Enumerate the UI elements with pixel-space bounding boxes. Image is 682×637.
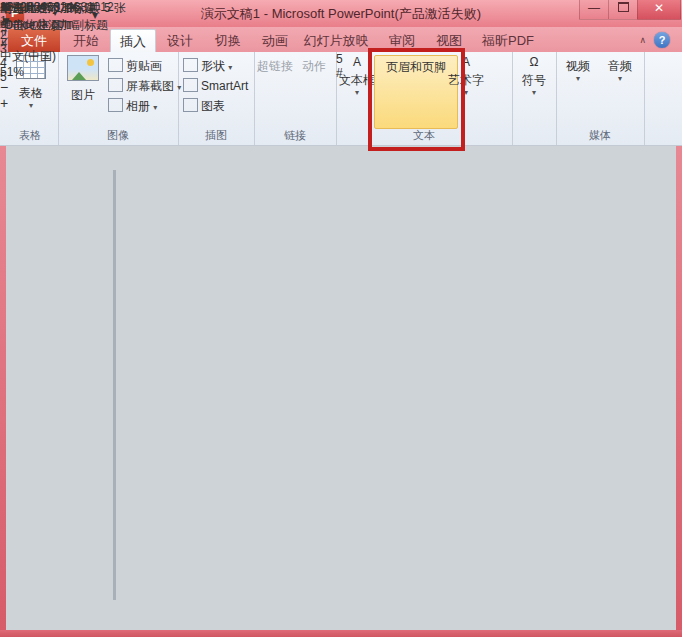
close-button[interactable]: ✕	[637, 0, 681, 20]
zoom-level: 51%	[0, 65, 126, 79]
hyperlink-label: 超链接	[256, 58, 294, 75]
smartart-icon	[183, 78, 198, 92]
watermark-brand: 查询啦	[0, 0, 74, 17]
maximize-button[interactable]	[608, 0, 638, 20]
insert-chart-button[interactable]: 图表	[183, 98, 225, 117]
minimize-button[interactable]: —	[579, 0, 609, 20]
language-indicator[interactable]: 中文(中国)	[0, 48, 126, 65]
window-frame-bottom	[0, 630, 682, 637]
collapse-ribbon-icon[interactable]: ∧	[639, 35, 646, 45]
links-group-label: 链接	[254, 128, 336, 143]
album-dropdown-icon: ▾	[153, 103, 157, 112]
insert-smartart-button[interactable]: SmartArt	[183, 78, 248, 97]
chart-label: 图表	[201, 99, 225, 113]
highlight-box-header-footer	[368, 48, 465, 151]
video-label: 视频	[559, 58, 597, 75]
tables-group-label: 表格	[2, 128, 58, 143]
illustrations-group-label: 插图	[178, 128, 254, 143]
spell-check-icon[interactable]: ✓	[0, 34, 126, 48]
zoom-out-button[interactable]: −	[0, 79, 126, 95]
insert-video-button[interactable]: 视频 ▾	[559, 55, 597, 82]
tab-foxit-pdf[interactable]: 福昕PDF	[477, 29, 539, 52]
media-group-label: 媒体	[556, 128, 644, 143]
insert-action-button[interactable]: 动作	[296, 55, 332, 75]
maximize-icon	[618, 2, 629, 12]
clipart-label: 剪贴画	[126, 59, 162, 73]
shapes-dropdown-icon: ▾	[228, 63, 232, 72]
insert-shapes-button[interactable]: 形状 ▾	[183, 58, 232, 77]
watermark: 查询啦 chaxunla.com	[0, 0, 74, 31]
ribbon-group-links: 超链接 动作 链接	[254, 52, 337, 145]
audio-label: 音频	[601, 58, 639, 75]
insert-symbol-button[interactable]: Ω 符号 ▾	[515, 55, 553, 96]
smartart-label: SmartArt	[201, 79, 248, 93]
watermark-text: 查询啦 chaxunla.com	[0, 0, 74, 31]
omega-symbol-icon: Ω	[530, 55, 539, 69]
video-dropdown-icon: ▾	[559, 75, 597, 82]
panel-splitter[interactable]	[113, 170, 116, 600]
tab-transitions[interactable]: 切换	[206, 29, 250, 52]
powerpoint-window: P 演示文稿1 - Microsoft PowerPoint(产品激活失败) —…	[0, 0, 682, 637]
action-label: 动作	[296, 58, 332, 75]
tab-design[interactable]: 设计	[158, 29, 202, 52]
audio-dropdown-icon: ▾	[601, 75, 639, 82]
tab-slideshow[interactable]: 幻灯片放映	[300, 29, 372, 52]
screenshot-label: 屏幕截图	[126, 79, 174, 93]
ribbon-group-media: 视频 ▾ 音频 ▾ 媒体	[556, 52, 645, 145]
watermark-domain: chaxunla.com	[0, 17, 74, 31]
chart-icon	[183, 98, 198, 112]
tab-animations[interactable]: 动画	[253, 29, 297, 52]
textbox-icon: A	[353, 55, 361, 69]
images-group-label: 图像	[58, 128, 178, 143]
shapes-label: 形状	[201, 59, 225, 73]
album-label: 相册	[126, 99, 150, 113]
insert-audio-button[interactable]: 音频 ▾	[601, 55, 639, 82]
zoom-in-button[interactable]: +	[0, 95, 126, 111]
symbol-label: 符号	[515, 72, 553, 89]
insert-hyperlink-button[interactable]: 超链接	[256, 55, 294, 75]
help-button[interactable]: ?	[654, 32, 670, 48]
ribbon-group-symbols: Ω 符号 ▾	[512, 52, 557, 145]
symbol-dropdown-icon: ▾	[515, 89, 553, 96]
ribbon-group-illustrations: 形状 ▾ SmartArt 图表 插图	[178, 52, 255, 145]
shapes-icon	[183, 58, 198, 72]
